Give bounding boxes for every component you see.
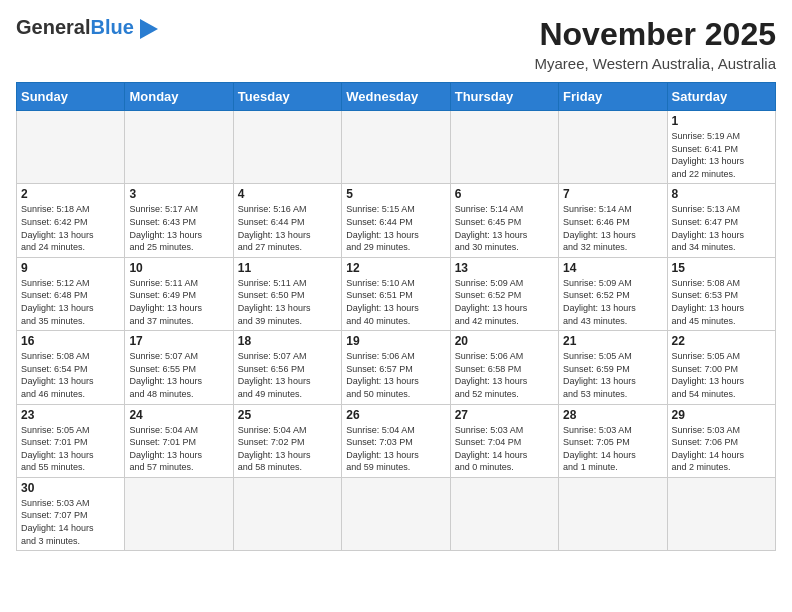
day-info: Sunrise: 5:12 AM Sunset: 6:48 PM Dayligh… xyxy=(21,277,120,327)
day-number: 12 xyxy=(346,261,445,275)
calendar-day-cell: 25Sunrise: 5:04 AM Sunset: 7:02 PM Dayli… xyxy=(233,404,341,477)
calendar-day-cell xyxy=(233,477,341,550)
day-of-week-header: Thursday xyxy=(450,83,558,111)
logo: GeneralBlue xyxy=(16,16,158,39)
day-info: Sunrise: 5:05 AM Sunset: 7:01 PM Dayligh… xyxy=(21,424,120,474)
calendar-day-cell: 9Sunrise: 5:12 AM Sunset: 6:48 PM Daylig… xyxy=(17,257,125,330)
day-info: Sunrise: 5:09 AM Sunset: 6:52 PM Dayligh… xyxy=(455,277,554,327)
day-info: Sunrise: 5:11 AM Sunset: 6:50 PM Dayligh… xyxy=(238,277,337,327)
day-info: Sunrise: 5:07 AM Sunset: 6:56 PM Dayligh… xyxy=(238,350,337,400)
day-number: 19 xyxy=(346,334,445,348)
day-number: 4 xyxy=(238,187,337,201)
calendar-day-cell: 7Sunrise: 5:14 AM Sunset: 6:46 PM Daylig… xyxy=(559,184,667,257)
day-number: 24 xyxy=(129,408,228,422)
day-number: 23 xyxy=(21,408,120,422)
calendar-day-cell: 13Sunrise: 5:09 AM Sunset: 6:52 PM Dayli… xyxy=(450,257,558,330)
day-info: Sunrise: 5:08 AM Sunset: 6:53 PM Dayligh… xyxy=(672,277,771,327)
calendar-day-cell: 10Sunrise: 5:11 AM Sunset: 6:49 PM Dayli… xyxy=(125,257,233,330)
calendar-week-row: 30Sunrise: 5:03 AM Sunset: 7:07 PM Dayli… xyxy=(17,477,776,550)
calendar-day-cell: 15Sunrise: 5:08 AM Sunset: 6:53 PM Dayli… xyxy=(667,257,775,330)
day-info: Sunrise: 5:14 AM Sunset: 6:46 PM Dayligh… xyxy=(563,203,662,253)
day-number: 29 xyxy=(672,408,771,422)
day-info: Sunrise: 5:06 AM Sunset: 6:58 PM Dayligh… xyxy=(455,350,554,400)
day-number: 13 xyxy=(455,261,554,275)
day-info: Sunrise: 5:18 AM Sunset: 6:42 PM Dayligh… xyxy=(21,203,120,253)
calendar-day-cell xyxy=(125,111,233,184)
calendar-day-cell: 12Sunrise: 5:10 AM Sunset: 6:51 PM Dayli… xyxy=(342,257,450,330)
day-number: 8 xyxy=(672,187,771,201)
calendar-day-cell xyxy=(450,477,558,550)
day-number: 16 xyxy=(21,334,120,348)
day-info: Sunrise: 5:15 AM Sunset: 6:44 PM Dayligh… xyxy=(346,203,445,253)
day-info: Sunrise: 5:03 AM Sunset: 7:07 PM Dayligh… xyxy=(21,497,120,547)
day-number: 14 xyxy=(563,261,662,275)
page-header: GeneralBlue November 2025 Myaree, Wester… xyxy=(16,16,776,72)
day-info: Sunrise: 5:17 AM Sunset: 6:43 PM Dayligh… xyxy=(129,203,228,253)
calendar-week-row: 2Sunrise: 5:18 AM Sunset: 6:42 PM Daylig… xyxy=(17,184,776,257)
calendar-day-cell xyxy=(233,111,341,184)
day-number: 10 xyxy=(129,261,228,275)
day-number: 1 xyxy=(672,114,771,128)
title-block: November 2025 Myaree, Western Australia,… xyxy=(535,16,777,72)
calendar-day-cell xyxy=(125,477,233,550)
day-info: Sunrise: 5:13 AM Sunset: 6:47 PM Dayligh… xyxy=(672,203,771,253)
calendar-day-cell: 16Sunrise: 5:08 AM Sunset: 6:54 PM Dayli… xyxy=(17,331,125,404)
day-number: 3 xyxy=(129,187,228,201)
day-info: Sunrise: 5:04 AM Sunset: 7:03 PM Dayligh… xyxy=(346,424,445,474)
calendar-day-cell xyxy=(667,477,775,550)
calendar-day-cell: 17Sunrise: 5:07 AM Sunset: 6:55 PM Dayli… xyxy=(125,331,233,404)
calendar-day-cell: 27Sunrise: 5:03 AM Sunset: 7:04 PM Dayli… xyxy=(450,404,558,477)
day-number: 27 xyxy=(455,408,554,422)
day-number: 6 xyxy=(455,187,554,201)
month-title: November 2025 xyxy=(535,16,777,53)
calendar-day-cell: 8Sunrise: 5:13 AM Sunset: 6:47 PM Daylig… xyxy=(667,184,775,257)
day-of-week-header: Tuesday xyxy=(233,83,341,111)
calendar-day-cell: 26Sunrise: 5:04 AM Sunset: 7:03 PM Dayli… xyxy=(342,404,450,477)
day-of-week-header: Sunday xyxy=(17,83,125,111)
calendar-day-cell: 30Sunrise: 5:03 AM Sunset: 7:07 PM Dayli… xyxy=(17,477,125,550)
calendar-day-cell: 22Sunrise: 5:05 AM Sunset: 7:00 PM Dayli… xyxy=(667,331,775,404)
day-number: 22 xyxy=(672,334,771,348)
day-number: 2 xyxy=(21,187,120,201)
calendar-week-row: 9Sunrise: 5:12 AM Sunset: 6:48 PM Daylig… xyxy=(17,257,776,330)
day-number: 9 xyxy=(21,261,120,275)
day-info: Sunrise: 5:03 AM Sunset: 7:05 PM Dayligh… xyxy=(563,424,662,474)
day-info: Sunrise: 5:10 AM Sunset: 6:51 PM Dayligh… xyxy=(346,277,445,327)
day-number: 26 xyxy=(346,408,445,422)
calendar-day-cell xyxy=(342,111,450,184)
day-info: Sunrise: 5:05 AM Sunset: 7:00 PM Dayligh… xyxy=(672,350,771,400)
calendar-day-cell: 24Sunrise: 5:04 AM Sunset: 7:01 PM Dayli… xyxy=(125,404,233,477)
calendar-day-cell: 6Sunrise: 5:14 AM Sunset: 6:45 PM Daylig… xyxy=(450,184,558,257)
day-info: Sunrise: 5:14 AM Sunset: 6:45 PM Dayligh… xyxy=(455,203,554,253)
day-info: Sunrise: 5:06 AM Sunset: 6:57 PM Dayligh… xyxy=(346,350,445,400)
calendar-day-cell xyxy=(559,477,667,550)
calendar-day-cell xyxy=(450,111,558,184)
calendar-day-cell: 23Sunrise: 5:05 AM Sunset: 7:01 PM Dayli… xyxy=(17,404,125,477)
calendar-day-cell: 5Sunrise: 5:15 AM Sunset: 6:44 PM Daylig… xyxy=(342,184,450,257)
day-info: Sunrise: 5:03 AM Sunset: 7:06 PM Dayligh… xyxy=(672,424,771,474)
day-info: Sunrise: 5:04 AM Sunset: 7:02 PM Dayligh… xyxy=(238,424,337,474)
calendar-day-cell xyxy=(342,477,450,550)
day-info: Sunrise: 5:09 AM Sunset: 6:52 PM Dayligh… xyxy=(563,277,662,327)
calendar-day-cell: 4Sunrise: 5:16 AM Sunset: 6:44 PM Daylig… xyxy=(233,184,341,257)
logo-text: GeneralBlue xyxy=(16,16,134,39)
day-info: Sunrise: 5:08 AM Sunset: 6:54 PM Dayligh… xyxy=(21,350,120,400)
calendar-day-cell: 2Sunrise: 5:18 AM Sunset: 6:42 PM Daylig… xyxy=(17,184,125,257)
day-number: 17 xyxy=(129,334,228,348)
day-info: Sunrise: 5:07 AM Sunset: 6:55 PM Dayligh… xyxy=(129,350,228,400)
day-info: Sunrise: 5:04 AM Sunset: 7:01 PM Dayligh… xyxy=(129,424,228,474)
calendar-day-cell: 1Sunrise: 5:19 AM Sunset: 6:41 PM Daylig… xyxy=(667,111,775,184)
calendar-day-cell: 18Sunrise: 5:07 AM Sunset: 6:56 PM Dayli… xyxy=(233,331,341,404)
calendar-day-cell: 20Sunrise: 5:06 AM Sunset: 6:58 PM Dayli… xyxy=(450,331,558,404)
day-of-week-header: Wednesday xyxy=(342,83,450,111)
calendar-week-row: 1Sunrise: 5:19 AM Sunset: 6:41 PM Daylig… xyxy=(17,111,776,184)
calendar-day-cell: 3Sunrise: 5:17 AM Sunset: 6:43 PM Daylig… xyxy=(125,184,233,257)
day-number: 15 xyxy=(672,261,771,275)
calendar-header-row: SundayMondayTuesdayWednesdayThursdayFrid… xyxy=(17,83,776,111)
day-info: Sunrise: 5:03 AM Sunset: 7:04 PM Dayligh… xyxy=(455,424,554,474)
logo-blue: Blue xyxy=(90,16,133,38)
day-number: 7 xyxy=(563,187,662,201)
calendar-day-cell xyxy=(17,111,125,184)
day-of-week-header: Friday xyxy=(559,83,667,111)
calendar-day-cell: 28Sunrise: 5:03 AM Sunset: 7:05 PM Dayli… xyxy=(559,404,667,477)
